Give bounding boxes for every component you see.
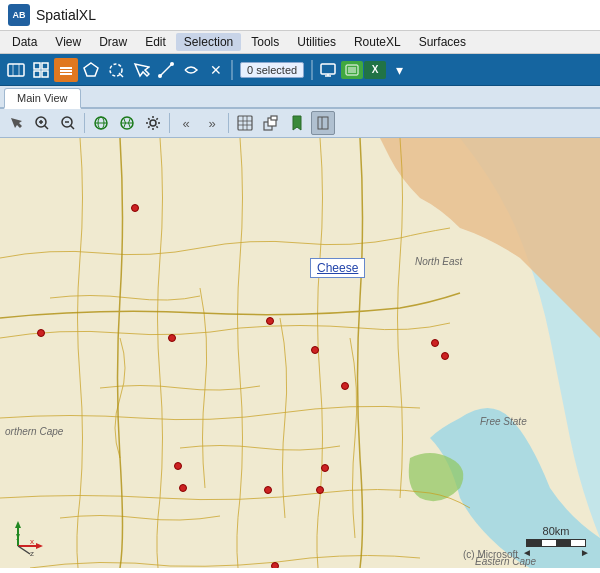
axis-indicator: y x z xyxy=(8,514,48,554)
menu-view[interactable]: View xyxy=(47,33,89,51)
svg-rect-5 xyxy=(60,67,72,69)
toolbar2-sep2 xyxy=(169,113,170,133)
map-point-5[interactable] xyxy=(311,346,319,354)
toolbar-grid-icon[interactable] xyxy=(29,58,53,82)
scale-arrow-left: ◄ xyxy=(522,547,532,558)
globe-tool-btn[interactable] xyxy=(89,111,113,135)
map-container: North East Free State Eastern Cape orthe… xyxy=(0,138,600,568)
northern-cape-label: orthern Cape xyxy=(5,426,63,437)
north-east-label: North East xyxy=(415,256,462,267)
globe2-tool-btn[interactable] xyxy=(115,111,139,135)
map-point-2[interactable] xyxy=(168,334,176,342)
title-bar: AB SpatialXL xyxy=(0,0,600,31)
map-point-8[interactable] xyxy=(321,464,329,472)
panel-tool-btn[interactable] xyxy=(311,111,335,135)
toolbar-sep1 xyxy=(231,60,233,80)
scale-graphic xyxy=(526,539,586,547)
svg-marker-8 xyxy=(84,63,98,76)
svg-rect-1 xyxy=(34,63,40,69)
svg-rect-41 xyxy=(318,117,328,129)
zoom-in-tool-btn[interactable] xyxy=(30,111,54,135)
svg-rect-40 xyxy=(271,116,277,120)
menu-bar: Data View Draw Edit Selection Tools Util… xyxy=(0,31,600,54)
svg-rect-4 xyxy=(42,71,48,77)
menu-edit[interactable]: Edit xyxy=(137,33,174,51)
toolbar-monitor-icon[interactable] xyxy=(316,58,340,82)
settings-tool-btn[interactable] xyxy=(141,111,165,135)
svg-rect-0 xyxy=(8,64,24,76)
map-point-0[interactable] xyxy=(131,204,139,212)
menu-selection[interactable]: Selection xyxy=(176,33,241,51)
toolbar-excel-btn[interactable]: X xyxy=(364,61,386,79)
scale-seg1 xyxy=(527,540,542,546)
toolbar-dropdown-btn[interactable]: ▾ xyxy=(387,58,411,82)
svg-line-50 xyxy=(18,546,30,554)
svg-text:x: x xyxy=(30,537,34,546)
scale-label: 80km xyxy=(543,525,570,537)
svg-rect-3 xyxy=(34,71,40,77)
selection-count: 0 selected xyxy=(240,62,304,78)
menu-data[interactable]: Data xyxy=(4,33,45,51)
zoom-out-tool-btn[interactable] xyxy=(56,111,80,135)
toolbar2-sep1 xyxy=(84,113,85,133)
map-point-1[interactable] xyxy=(37,329,45,337)
svg-point-32 xyxy=(150,120,156,126)
map-point-9[interactable] xyxy=(341,382,349,390)
svg-rect-7 xyxy=(60,73,72,75)
cursor-tool-btn[interactable] xyxy=(4,111,28,135)
map-point-6[interactable] xyxy=(441,352,449,360)
svg-rect-6 xyxy=(60,70,72,72)
svg-line-23 xyxy=(45,126,49,130)
menu-utilities[interactable]: Utilities xyxy=(289,33,344,51)
toolbar-map-icon[interactable] xyxy=(4,58,28,82)
scale-seg4 xyxy=(571,540,586,546)
svg-point-11 xyxy=(158,74,162,78)
svg-line-26 xyxy=(71,126,75,130)
cheese-tooltip[interactable]: Cheese xyxy=(310,258,365,278)
scale-arrows: ◄ ► xyxy=(522,547,590,558)
svg-marker-45 xyxy=(15,521,21,528)
toolbar2-sep3 xyxy=(228,113,229,133)
svg-text:y: y xyxy=(16,531,20,540)
toolbar-polygon-icon[interactable] xyxy=(79,58,103,82)
map-point-3[interactable] xyxy=(266,317,274,325)
grid-tool-btn[interactable] xyxy=(233,111,257,135)
map-point-7[interactable] xyxy=(174,462,182,470)
map-point-10[interactable] xyxy=(179,484,187,492)
toolbar-export-green-btn[interactable] xyxy=(341,61,363,79)
map-background xyxy=(0,138,600,568)
app-icon: AB xyxy=(8,4,30,26)
toolbar-route2-icon[interactable] xyxy=(179,58,203,82)
copyright-label: (c) Microsoft xyxy=(463,549,518,560)
svg-point-12 xyxy=(170,62,174,66)
forward-tool-btn[interactable]: » xyxy=(200,111,224,135)
toolbar-layer-orange[interactable] xyxy=(54,58,78,82)
toolbar-route-icon[interactable] xyxy=(154,58,178,82)
menu-routexl[interactable]: RouteXL xyxy=(346,33,409,51)
menu-tools[interactable]: Tools xyxy=(243,33,287,51)
scale-seg3 xyxy=(556,540,571,546)
toolbar-sep2 xyxy=(311,60,313,80)
scale-seg2 xyxy=(542,540,557,546)
map-point-14[interactable] xyxy=(271,562,279,568)
map-point-4[interactable] xyxy=(431,339,439,347)
toolbar2: « » xyxy=(0,109,600,138)
map-point-12[interactable] xyxy=(264,486,272,494)
toolbar-select-icon[interactable] xyxy=(129,58,153,82)
app-title: SpatialXL xyxy=(36,7,96,23)
svg-text:z: z xyxy=(30,549,34,556)
tab-main-view[interactable]: Main View xyxy=(4,88,81,109)
toolbar-lasso-icon[interactable] xyxy=(104,58,128,82)
toolbar-delete-icon[interactable]: ✕ xyxy=(204,58,228,82)
svg-rect-2 xyxy=(42,63,48,69)
main-toolbar: ✕ 0 selected X ▾ xyxy=(0,54,600,86)
menu-draw[interactable]: Draw xyxy=(91,33,135,51)
menu-surfaces[interactable]: Surfaces xyxy=(411,33,474,51)
back-tool-btn[interactable]: « xyxy=(174,111,198,135)
axis-svg: y x z xyxy=(8,514,50,556)
map-point-11[interactable] xyxy=(316,486,324,494)
tab-bar: Main View xyxy=(0,86,600,109)
layers-tool-btn[interactable] xyxy=(259,111,283,135)
bookmark-tool-btn[interactable] xyxy=(285,111,309,135)
svg-rect-33 xyxy=(238,116,252,130)
